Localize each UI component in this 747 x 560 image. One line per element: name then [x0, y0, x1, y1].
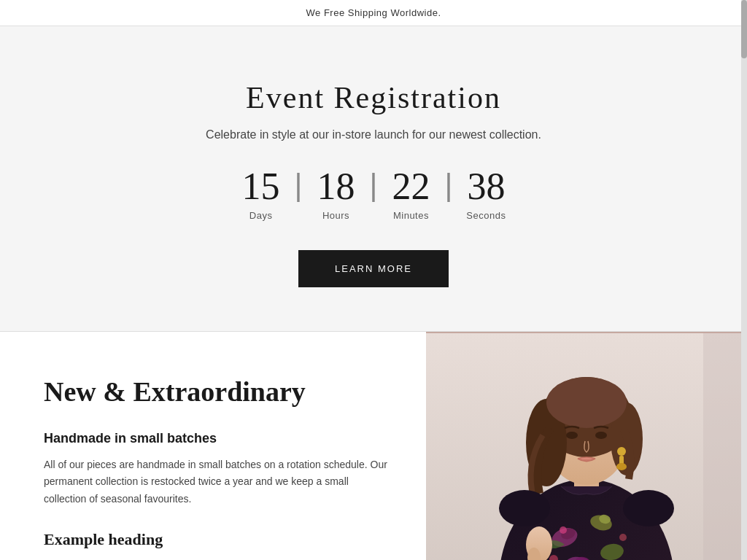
svg-point-8	[546, 377, 627, 428]
fashion-image	[426, 332, 747, 560]
banner-text: We Free Shipping Worldwide.	[306, 7, 441, 18]
feature-section: New & Extraordinary Handmade in small ba…	[0, 332, 747, 560]
countdown-minutes: 22 Minutes	[382, 168, 440, 221]
countdown-hours: 18 Hours	[307, 168, 365, 221]
hours-value: 18	[317, 168, 355, 206]
countdown-timer: 15 Days | 18 Hours | 22 Minutes | 38 Sec…	[29, 168, 718, 221]
svg-rect-1	[703, 333, 747, 560]
days-value: 15	[242, 168, 280, 206]
separator-2: |	[365, 168, 382, 203]
svg-point-30	[623, 490, 674, 526]
feature-body-text: All of our pieces are handmade in small …	[44, 456, 390, 508]
countdown-days: 15 Days	[232, 168, 290, 221]
scrollbar-thumb[interactable]	[741, 0, 747, 58]
event-subtitle: Celebrate in style at our in-store launc…	[29, 128, 718, 141]
minutes-value: 22	[392, 168, 430, 206]
svg-point-9	[566, 432, 578, 439]
svg-point-16	[560, 526, 567, 534]
separator-1: |	[290, 168, 307, 203]
scrollbar[interactable]	[741, 0, 747, 560]
fashion-illustration	[426, 332, 747, 560]
feature-main-heading: New & Extraordinary	[44, 376, 390, 409]
event-registration-section: Event Registration Celebrate in style at…	[0, 44, 747, 331]
days-label: Days	[249, 210, 273, 221]
seconds-label: Seconds	[466, 210, 506, 221]
svg-point-10	[595, 432, 607, 439]
feature-text-area: New & Extraordinary Handmade in small ba…	[0, 332, 426, 560]
feature-sub-heading: Handmade in small batches	[44, 431, 390, 446]
svg-point-13	[616, 463, 627, 470]
seconds-value: 38	[467, 168, 505, 206]
event-title: Event Registration	[29, 80, 718, 115]
learn-more-button[interactable]: LEARN MORE	[298, 250, 449, 287]
feature-example-heading: Example heading	[44, 530, 390, 549]
separator-3: |	[440, 168, 457, 203]
countdown-seconds: 38 Seconds	[457, 168, 515, 221]
svg-point-23	[619, 534, 627, 541]
svg-point-29	[499, 490, 550, 526]
header	[0, 26, 747, 44]
top-banner: We Free Shipping Worldwide.	[0, 0, 747, 26]
minutes-label: Minutes	[393, 210, 429, 221]
svg-point-11	[617, 447, 626, 456]
hours-label: Hours	[322, 210, 349, 221]
